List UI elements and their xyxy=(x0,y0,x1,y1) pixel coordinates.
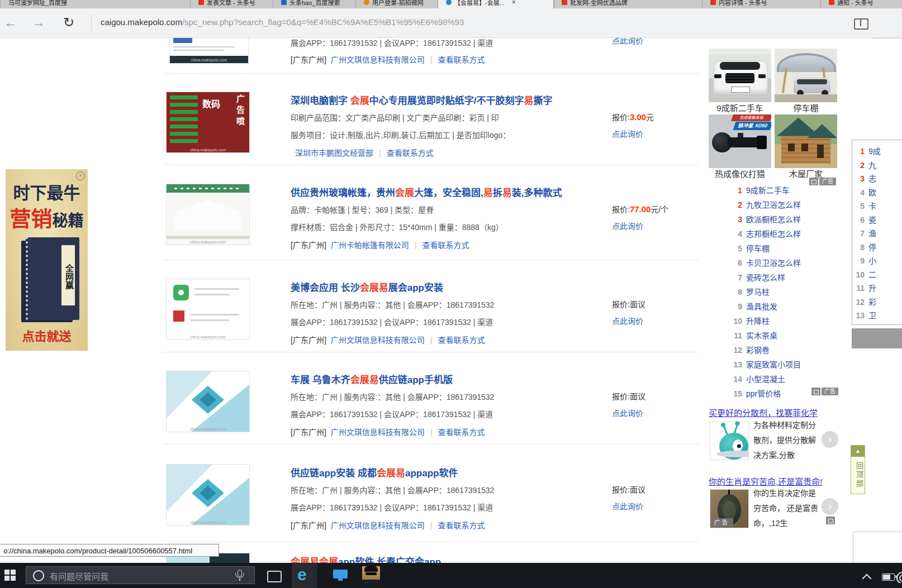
sidebar-ad-image[interactable]: 热成像瞄准镜 脉冲星 XD50 xyxy=(709,114,771,168)
rank-item[interactable]: 5停车棚 xyxy=(730,241,845,256)
rank-item[interactable]: 6卡贝卫浴怎么样 xyxy=(730,256,845,270)
rank-item[interactable]: 7渔 xyxy=(852,227,902,241)
inquiry-link[interactable]: 点此询价 xyxy=(612,500,643,511)
rank-item[interactable]: 12彩钢卷 xyxy=(730,343,845,357)
start-button[interactable] xyxy=(4,570,16,581)
rank-item[interactable]: 11升 xyxy=(852,281,902,295)
microphone-icon[interactable] xyxy=(234,570,244,581)
rank-item[interactable]: 8停 xyxy=(852,241,902,255)
chevron-right-icon[interactable]: › xyxy=(822,498,838,515)
rank-item[interactable]: 9渔具批发 xyxy=(730,299,845,314)
sidebar-ad-image[interactable] xyxy=(709,49,771,102)
listing-divider xyxy=(163,352,699,352)
rank-item[interactable]: 10升降柱 xyxy=(730,314,845,328)
company-link[interactable]: 广州文琪信息科技有限公司 xyxy=(331,336,425,345)
contact-link[interactable]: 查看联系方式 xyxy=(438,428,485,437)
rank-item[interactable]: 11实木茶桌 xyxy=(730,328,845,343)
ad-cta-text[interactable]: 点击就送 xyxy=(6,326,88,344)
sidebar-ad-image[interactable] xyxy=(775,49,837,102)
product-title-link[interactable]: 车展 乌鲁木齐会展易供应链app手机版 xyxy=(291,372,453,386)
product-thumbnail[interactable]: 数码 广告喷 china.makepolo.com xyxy=(166,92,250,153)
task-view-button[interactable] xyxy=(267,571,282,582)
inquiry-link[interactable]: 点此询价 xyxy=(612,128,643,139)
rank-item[interactable]: 2九牧卫浴怎么样 xyxy=(730,198,845,212)
inquiry-link[interactable]: 点此询价 xyxy=(612,407,643,418)
rank-label: 停车棚 xyxy=(746,244,770,253)
rank-item[interactable]: 13家庭致富小项目 xyxy=(730,357,845,372)
browser-tab[interactable]: 马可波罗网址_百度搜 xyxy=(0,0,191,8)
company-link[interactable]: 广州文琪信息科技有限公司 xyxy=(331,428,425,437)
company-link[interactable]: 深圳市丰鹏图文经营部 xyxy=(295,149,373,157)
inquiry-link[interactable]: 点此询价 xyxy=(612,220,643,231)
contact-link[interactable]: 查看联系方式 xyxy=(438,336,485,345)
sidebar-ad-caption[interactable]: 9成新二手车 xyxy=(709,102,771,113)
avatar-taskbar-button[interactable] xyxy=(362,566,380,584)
rank-item[interactable]: 5卡 xyxy=(852,199,902,213)
rank-item[interactable]: 14小型混凝土 xyxy=(730,372,845,386)
tab-close-icon[interactable]: × xyxy=(512,0,516,6)
contact-link[interactable]: 查看联系方式 xyxy=(438,55,485,64)
rank-item[interactable]: 9小 xyxy=(852,254,902,268)
browser-tab[interactable]: 头条hao_百度搜索 xyxy=(273,0,356,8)
rank-item[interactable]: 2九 xyxy=(852,159,902,173)
rank-item[interactable]: 3志 xyxy=(852,172,902,186)
browser-tab[interactable]: 内容详情 - 头条号 xyxy=(702,0,821,8)
rank-item[interactable]: 6瓷 xyxy=(852,213,902,227)
sidebar-ad-caption[interactable]: 热成像仪打猎 xyxy=(709,168,771,179)
back-to-top-button[interactable]: ▲ 回顶部 xyxy=(851,445,865,494)
rank-item[interactable]: 7瓷砖怎么样 xyxy=(730,270,845,285)
forward-button[interactable]: → xyxy=(29,13,48,31)
browser-tab-active[interactable]: 【会展易】-会展...× xyxy=(438,0,554,8)
text-ad-body[interactable]: 为各种材料定制分散剂，提供分散解决方案,分散 xyxy=(753,418,822,463)
company-link[interactable]: 广州文琪信息科技有限公司 xyxy=(331,55,425,64)
rank-item[interactable]: 19成新二手车 xyxy=(730,183,845,198)
product-title-link[interactable]: 供应链app安装 成都会展易appapp软件 xyxy=(291,465,458,479)
product-thumbnail[interactable]: china.makepolo.com xyxy=(169,34,249,64)
reading-list-icon[interactable] xyxy=(854,18,868,30)
refresh-button[interactable]: ↻ xyxy=(59,13,78,31)
company-link[interactable]: 广州卡帕帐篷有限公司 xyxy=(331,241,409,250)
product-thumbnail[interactable]: china.makepolo.com xyxy=(166,464,250,525)
company-line: [广东广州]广州卡帕帐篷有限公司|查看联系方式 xyxy=(291,239,469,250)
product-thumbnail[interactable]: china.makepolo.com xyxy=(166,371,250,432)
text-ad-title-link[interactable]: 买更好的分散剂，找赛菲化学 xyxy=(709,407,818,418)
browser-tab[interactable]: 发表文章 - 头条号 xyxy=(190,0,273,8)
browser-tab[interactable]: 通知 - 头条号 xyxy=(820,0,902,8)
rank-item[interactable]: 19成 xyxy=(852,145,902,159)
inquiry-link[interactable]: 点此询价 xyxy=(612,315,643,326)
product-thumbnail[interactable]: china.makepolo.com xyxy=(166,184,250,245)
tray-chevron-up-icon[interactable] xyxy=(862,574,872,584)
contact-link[interactable]: 查看联系方式 xyxy=(387,149,434,157)
rank-item[interactable]: 8罗马柱 xyxy=(730,285,845,299)
rank-item[interactable]: 4欧 xyxy=(852,186,902,200)
text-ad-image[interactable] xyxy=(710,421,749,460)
sidebar-ad-caption[interactable]: 停车棚 xyxy=(775,102,837,113)
company-link[interactable]: 广州文琪信息科技有限公司 xyxy=(331,521,425,530)
browser-tab[interactable]: 批发网-全网优选品牌 xyxy=(553,0,702,8)
cortana-search-box[interactable]: 有问题尽管问我 xyxy=(26,566,255,584)
product-title-link[interactable]: 美博会应用 长沙会展易展会app安装 xyxy=(291,280,443,294)
tab-title: 通知 - 头条号 xyxy=(837,0,873,7)
back-button[interactable]: ← xyxy=(1,13,20,31)
battery-icon[interactable] xyxy=(882,573,895,581)
rank-item[interactable]: 10二 xyxy=(852,268,902,282)
product-title-link[interactable]: 供应贵州玻璃帐篷，贵州会展大篷，安全稳固,易拆易装,多种款式 xyxy=(291,185,562,199)
wifi-icon[interactable] xyxy=(896,571,902,583)
contact-link[interactable]: 查看联系方式 xyxy=(422,241,469,250)
product-thumbnail[interactable]: china.makepolo.com xyxy=(166,279,250,340)
text-ad-title-link[interactable]: 你的生肖是穷苦命,还是富贵命! xyxy=(709,475,822,487)
sidebar-ad-image[interactable] xyxy=(775,114,837,168)
address-bar[interactable]: caigou.makepolo.com/spc_new.php?search_f… xyxy=(101,17,464,27)
app-taskbar-button[interactable] xyxy=(333,570,348,579)
text-ad-body[interactable]: 你的生肖决定你是穷苦命， 还是富贵命，,12生 xyxy=(753,486,822,531)
rank-item[interactable]: 13卫 xyxy=(852,309,902,323)
browser-tab[interactable]: 用户登录-拍拍微网 xyxy=(355,0,438,8)
rank-item[interactable]: 3欧派橱柜怎么样 xyxy=(730,212,845,227)
edge-taskbar-button[interactable]: e xyxy=(292,563,317,588)
left-ad-banner[interactable]: × 时下最牛 营销秘籍 全网赢 点击就送 xyxy=(6,169,88,351)
rank-item[interactable]: 12彩 xyxy=(852,295,902,309)
product-title-link[interactable]: 深圳电脑割字 会展中心专用展览即时贴纸字/不干胶刻字易撕字 xyxy=(291,93,552,107)
chevron-right-icon[interactable]: › xyxy=(822,431,838,448)
contact-link[interactable]: 查看联系方式 xyxy=(438,521,485,530)
rank-item[interactable]: 4志邦橱柜怎么样 xyxy=(730,227,845,241)
